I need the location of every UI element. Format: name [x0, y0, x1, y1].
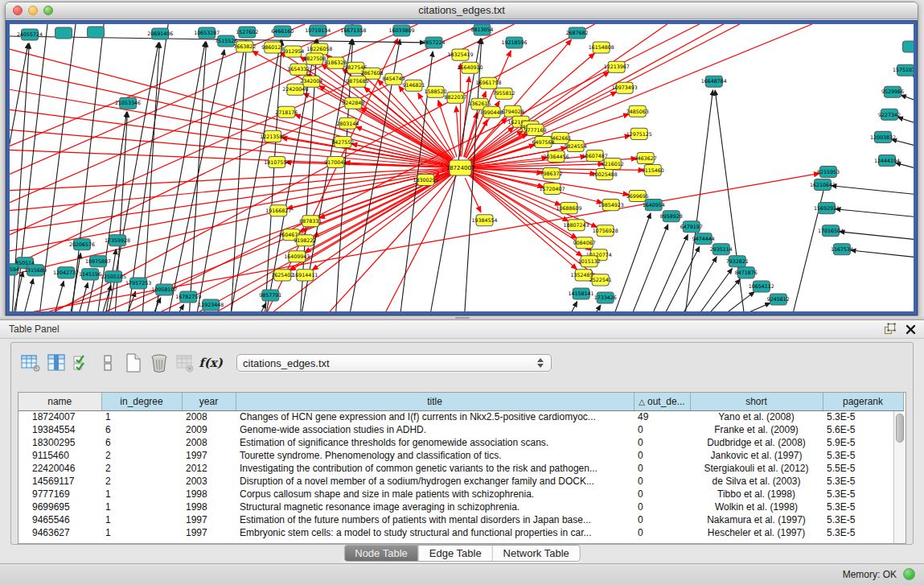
table-cell[interactable]: 0 — [634, 475, 690, 488]
table-cell[interactable]: 2 — [101, 475, 182, 488]
table-cell[interactable]: Changes of HCN gene expression and I(f) … — [236, 410, 634, 423]
table-scrollbar[interactable] — [893, 411, 906, 543]
column-header-name[interactable]: name — [18, 393, 101, 410]
table-cell[interactable]: 9115460 — [18, 449, 101, 462]
table-row[interactable]: 946554611997Estimation of the future num… — [18, 513, 903, 526]
table-cell[interactable]: Estimation of the future numbers of pati… — [236, 513, 634, 526]
table-cell[interactable]: 0 — [634, 436, 690, 449]
table-cell[interactable]: 2 — [101, 462, 182, 475]
table-cell[interactable]: Wolkin et al. (1998) — [690, 501, 823, 513]
close-panel-icon[interactable] — [906, 323, 916, 338]
table-settings-button[interactable]: ⚙ — [18, 351, 43, 375]
table-cell[interactable]: 1 — [101, 513, 182, 526]
table-cell[interactable]: Embryonic stem cells: a model to study s… — [236, 526, 634, 539]
table-cell[interactable]: Structural magnetic resonance image aver… — [236, 501, 634, 513]
table-cell[interactable]: Yano et al. (2008) — [690, 410, 823, 423]
graph-node[interactable] — [55, 27, 72, 39]
table-cell[interactable]: 2008 — [182, 436, 236, 449]
table-row[interactable]: 1872400712008Changes of HCN gene express… — [18, 410, 903, 423]
tab-node-table[interactable]: Node Table — [344, 546, 418, 561]
table-row[interactable]: 946362711997Embryonic stem cells: a mode… — [18, 526, 903, 539]
table-cell[interactable]: 5.3E-5 — [823, 449, 903, 462]
column-select-button[interactable] — [43, 351, 69, 375]
table-cell[interactable]: 9463627 — [18, 526, 101, 539]
table-cell[interactable]: 5.5E-5 — [823, 462, 903, 475]
table-cell[interactable]: 5.3E-5 — [823, 488, 903, 501]
table-cell[interactable]: 1 — [101, 501, 182, 513]
table-cell[interactable]: Tibbo et al. (1998) — [690, 488, 823, 501]
table-cell[interactable]: 1997 — [182, 449, 236, 462]
table-cell[interactable]: 22420046 — [18, 462, 101, 475]
column-header-indegree[interactable]: in_degree — [101, 393, 182, 410]
table-cell[interactable]: 1 — [101, 526, 182, 539]
graph-node[interactable] — [902, 41, 914, 52]
zoom-window-button[interactable] — [43, 6, 53, 15]
table-row[interactable]: 969969511998Structural magnetic resonanc… — [18, 501, 903, 513]
new-document-button[interactable] — [121, 351, 146, 375]
table-cell[interactable]: Nakamura et al. (1997) — [690, 513, 823, 526]
table-cell[interactable]: 1997 — [182, 526, 236, 539]
table-cell[interactable]: 6 — [101, 436, 182, 449]
table-cell[interactable]: 0 — [634, 449, 690, 462]
table-cell[interactable]: 0 — [634, 462, 690, 475]
table-cell[interactable]: Genome-wide association studies in ADHD. — [236, 423, 634, 436]
scrollbar-thumb[interactable] — [896, 414, 904, 443]
table-cell[interactable]: 5.6E-5 — [823, 423, 903, 436]
table-cell[interactable]: 1998 — [182, 501, 236, 513]
table-cell[interactable]: 2009 — [182, 423, 236, 436]
table-cell[interactable]: 1997 — [182, 513, 236, 526]
float-panel-icon[interactable] — [884, 323, 896, 338]
table-cell[interactable]: 2012 — [182, 462, 236, 475]
table-cell[interactable]: 5.3E-5 — [823, 501, 903, 513]
table-cell[interactable]: 1 — [101, 488, 182, 501]
table-select-dropdown[interactable]: citations_edges.txt — [236, 354, 552, 372]
tab-network-table[interactable]: Network Table — [492, 546, 580, 561]
window-titlebar[interactable]: citations_edges.txt — [6, 2, 918, 19]
table-cell[interactable]: 18724007 — [18, 410, 101, 423]
table-cell[interactable]: 5.3E-5 — [823, 475, 903, 488]
table-cell[interactable]: 18300295 — [18, 436, 101, 449]
table-cell[interactable]: 9699695 — [18, 501, 101, 513]
column-header-pagerank[interactable]: pagerank — [823, 393, 903, 410]
table-cell[interactable]: 5.3E-5 — [823, 410, 903, 423]
table-cell[interactable]: Hescheler et al. (1997) — [690, 526, 823, 539]
table-cell[interactable]: Corpus callosum shape and size in male p… — [236, 488, 634, 501]
table-cell[interactable]: Dudbridge et al. (2008) — [690, 436, 823, 449]
column-header-outde[interactable]: △out_de... — [634, 393, 690, 410]
table-cell[interactable]: 49 — [634, 410, 690, 423]
table-cell[interactable]: 1 — [101, 410, 182, 423]
column-header-year[interactable]: year — [182, 393, 236, 410]
column-header-title[interactable]: title — [236, 393, 634, 410]
table-cell[interactable]: 0 — [634, 526, 690, 539]
table-row[interactable]: 1456911722003Disruption of a novel membe… — [18, 475, 903, 488]
table-cell[interactable]: 2 — [101, 449, 182, 462]
table-cell[interactable]: 2003 — [182, 475, 236, 488]
table-cell[interactable]: 2008 — [182, 410, 236, 423]
table-cell[interactable]: de Silva et al. (2003) — [690, 475, 823, 488]
tab-edge-table[interactable]: Edge Table — [418, 546, 492, 561]
table-cell[interactable]: 9777169 — [18, 488, 101, 501]
table-cell[interactable]: 14569117 — [18, 475, 101, 488]
table-cell[interactable]: 0 — [634, 513, 690, 526]
table-cell[interactable]: 0 — [634, 488, 690, 501]
function-builder-button[interactable]: f(x) — [198, 351, 224, 375]
table-row[interactable]: 2242004622012Investigating the contribut… — [18, 462, 903, 475]
table-row[interactable]: 911546021997Tourette syndrome. Phenomeno… — [18, 449, 903, 462]
close-window-button[interactable] — [13, 6, 23, 15]
table-cell[interactable]: Jankovic et al. (1997) — [690, 449, 823, 462]
table-cell[interactable]: Stergiakouli et al. (2012) — [690, 462, 823, 475]
table-cell[interactable]: Tourette syndrome. Phenomenology and cla… — [236, 449, 634, 462]
minimize-window-button[interactable] — [28, 6, 38, 15]
table-cell[interactable]: 19384554 — [18, 423, 101, 436]
trash-icon[interactable] — [146, 351, 172, 375]
column-header-short[interactable]: short — [690, 393, 823, 410]
table-cell[interactable]: 5.3E-5 — [823, 513, 903, 526]
table-row[interactable]: 1938455462009Genome-wide association stu… — [18, 423, 903, 436]
table-cell[interactable]: 6 — [101, 423, 182, 436]
network-canvas[interactable]: 1872400724055724206914061065328715276026… — [10, 24, 914, 311]
graph-node[interactable] — [88, 27, 105, 38]
attribute-table[interactable]: namein_degreeyeartitle△out_de...shortpag… — [18, 393, 903, 539]
table-cell[interactable]: Estimation of significance thresholds fo… — [236, 436, 634, 449]
row-check-button[interactable] — [69, 351, 95, 375]
table-cell[interactable]: 5.9E-5 — [823, 436, 903, 449]
